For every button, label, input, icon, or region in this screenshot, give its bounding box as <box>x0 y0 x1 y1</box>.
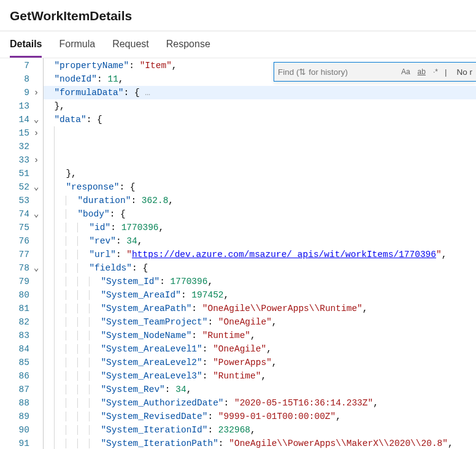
line-gutter: 7891314 1532335152 5374757677 7879808182… <box>0 58 29 449</box>
fold-gutter[interactable]: ›⌄ ››⌄ ⌄ ⌄ <box>29 58 43 449</box>
tab-formula[interactable]: Formula <box>59 39 95 58</box>
regex-button[interactable]: ·* <box>432 67 439 76</box>
tab-details[interactable]: Details <box>10 39 42 58</box>
tab-bar: Details Formula Request Response <box>0 31 476 58</box>
match-case-button[interactable]: Aa <box>401 67 411 76</box>
find-bar: Aa ab ·* | No r <box>274 62 476 82</box>
page-title: GetWorkItemDetails <box>0 0 476 31</box>
find-result-text: No r <box>453 67 472 77</box>
code-editor[interactable]: Aa ab ·* | No r 7891314 1532335152 53747… <box>0 58 476 449</box>
find-input[interactable] <box>278 67 394 77</box>
tab-request[interactable]: Request <box>112 39 149 58</box>
whole-word-button[interactable]: ab <box>417 67 426 76</box>
code-content[interactable]: "propertyName": "Item", "nodeId": 11, "f… <box>44 58 476 449</box>
tab-response[interactable]: Response <box>166 39 210 58</box>
